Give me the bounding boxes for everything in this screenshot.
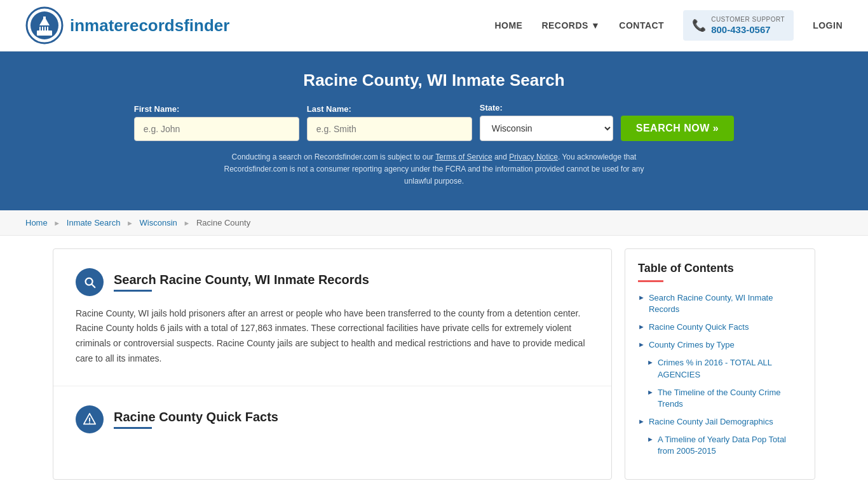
hero-section: Racine County, WI Inmate Search First Na…: [0, 51, 868, 210]
disclaimer-text: Conducting a search on Recordsfinder.com…: [212, 151, 656, 188]
privacy-link[interactable]: Privacy Notice: [509, 152, 558, 161]
logo-text: inmaterecordsfinder: [70, 16, 229, 36]
main-content: Search Racine County, WI Inmate Records …: [27, 248, 841, 480]
logo-icon: [25, 6, 64, 44]
toc-link-5[interactable]: The Timeline of the County Crime Trends: [658, 387, 802, 410]
section-inmate-records: Search Racine County, WI Inmate Records …: [53, 249, 611, 386]
svg-rect-8: [46, 27, 47, 30]
warning-circle-icon: [76, 405, 104, 433]
breadcrumb-sep-2: ►: [126, 219, 133, 227]
svg-rect-2: [37, 30, 52, 36]
nav-records[interactable]: RECORDS ▼: [541, 20, 600, 30]
section2-header: Racine County Quick Facts: [76, 405, 589, 433]
section1-body: Racine County, WI jails hold prisoners a…: [76, 306, 589, 367]
first-name-label: First Name:: [134, 104, 180, 114]
state-group: State: Wisconsin Alabama Alaska Arizona: [480, 103, 613, 141]
toc-divider: [638, 280, 663, 282]
state-label: State:: [480, 103, 503, 112]
hero-title: Racine County, WI Inmate Search: [25, 71, 843, 90]
chevron-right-icon-6: ►: [638, 417, 645, 426]
nav-login[interactable]: LOGIN: [813, 20, 843, 30]
warning-icon: [83, 412, 97, 426]
toc-item-3: ► County Crimes by Type: [638, 339, 802, 351]
breadcrumb-home[interactable]: Home: [25, 218, 48, 227]
site-header: inmaterecordsfinder HOME RECORDS ▼ CONTA…: [0, 0, 868, 51]
terms-link[interactable]: Terms of Service: [435, 152, 492, 161]
toc-item-1: ► Search Racine County, WI Inmate Record…: [638, 292, 802, 315]
content-area: Search Racine County, WI Inmate Records …: [53, 248, 612, 480]
chevron-down-icon: ▼: [591, 20, 600, 30]
section1-title: Search Racine County, WI Inmate Records: [114, 273, 369, 287]
chevron-right-icon-7: ►: [647, 435, 654, 444]
support-box[interactable]: 📞 CUSTOMER SUPPORT 800-433-0567: [683, 10, 794, 41]
toc-title: Table of Contents: [638, 262, 802, 275]
chevron-right-icon-4: ►: [647, 358, 654, 367]
state-select[interactable]: Wisconsin Alabama Alaska Arizona: [480, 116, 613, 141]
chevron-right-icon-3: ►: [638, 340, 645, 349]
section1-title-area: Search Racine County, WI Inmate Records: [114, 273, 369, 292]
section1-header: Search Racine County, WI Inmate Records: [76, 268, 589, 296]
toc-item-7: ► A Timeline of Yearly Data Pop Total fr…: [638, 434, 802, 457]
breadcrumb-current: Racine County: [196, 218, 250, 227]
toc-link-1[interactable]: Search Racine County, WI Inmate Records: [649, 292, 802, 315]
section1-underline: [114, 290, 152, 292]
svg-rect-9: [48, 27, 50, 30]
last-name-input[interactable]: [307, 117, 472, 141]
toc-link-3[interactable]: County Crimes by Type: [649, 339, 735, 351]
breadcrumb-wisconsin[interactable]: Wisconsin: [140, 218, 177, 227]
phone-icon: 📞: [692, 18, 706, 32]
breadcrumb: Home ► Inmate Search ► Wisconsin ► Racin…: [0, 210, 868, 236]
toc-item-6: ► Racine County Jail Demographics: [638, 416, 802, 428]
section2-title-area: Racine County Quick Facts: [114, 410, 278, 429]
chevron-right-icon-5: ►: [647, 388, 654, 397]
section-quick-facts: Racine County Quick Facts: [53, 386, 611, 463]
table-of-contents: Table of Contents ► Search Racine County…: [625, 248, 815, 480]
search-icon: [83, 275, 97, 289]
first-name-input[interactable]: [134, 117, 299, 141]
toc-item-5: ► The Timeline of the County Crime Trend…: [638, 387, 802, 410]
breadcrumb-sep-1: ►: [53, 219, 60, 227]
logo[interactable]: inmaterecordsfinder: [25, 6, 229, 44]
toc-link-7[interactable]: A Timeline of Yearly Data Pop Total from…: [658, 434, 802, 457]
sidebar: Table of Contents ► Search Racine County…: [625, 248, 815, 480]
last-name-group: Last Name:: [307, 104, 472, 141]
section2-underline: [114, 427, 152, 429]
search-button[interactable]: SEARCH NOW »: [621, 116, 734, 141]
toc-link-4[interactable]: Crimes % in 2016 - TOTAL ALL AGENCIES: [658, 357, 802, 380]
toc-link-6[interactable]: Racine County Jail Demographics: [649, 416, 773, 428]
first-name-group: First Name:: [134, 104, 299, 141]
chevron-right-icon-1: ►: [638, 293, 645, 302]
nav-contact[interactable]: CONTACT: [619, 20, 664, 30]
svg-point-11: [89, 422, 90, 423]
svg-rect-7: [43, 27, 44, 30]
main-nav: HOME RECORDS ▼ CONTACT 📞 CUSTOMER SUPPOR…: [494, 10, 843, 41]
svg-rect-5: [38, 27, 39, 30]
search-circle-icon: [76, 268, 104, 296]
last-name-label: Last Name:: [307, 104, 351, 114]
toc-item-2: ► Racine County Quick Facts: [638, 322, 802, 333]
toc-item-4: ► Crimes % in 2016 - TOTAL ALL AGENCIES: [638, 357, 802, 380]
nav-home[interactable]: HOME: [494, 20, 522, 30]
breadcrumb-inmate-search[interactable]: Inmate Search: [67, 218, 121, 227]
support-info: CUSTOMER SUPPORT 800-433-0567: [711, 15, 785, 36]
search-form: First Name: Last Name: State: Wisconsin …: [25, 103, 843, 141]
svg-rect-6: [41, 27, 42, 30]
svg-rect-4: [43, 17, 46, 20]
section2-title: Racine County Quick Facts: [114, 410, 278, 424]
toc-link-2[interactable]: Racine County Quick Facts: [649, 322, 749, 333]
breadcrumb-sep-3: ►: [183, 219, 190, 227]
chevron-right-icon-2: ►: [638, 322, 645, 332]
